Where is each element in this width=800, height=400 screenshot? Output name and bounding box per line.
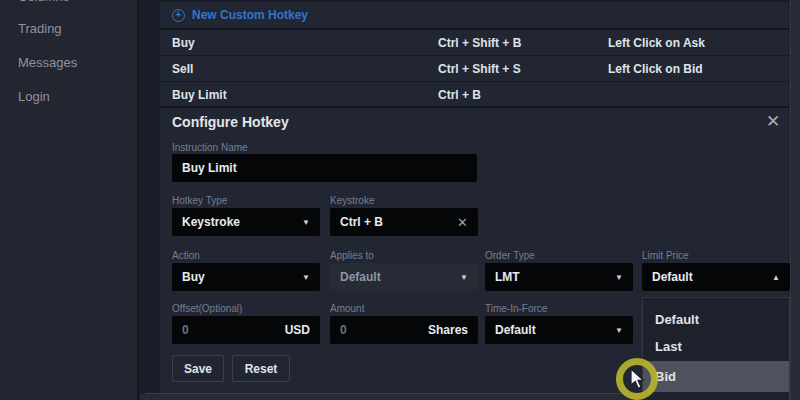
action-select[interactable]: Buy ▼ bbox=[172, 263, 320, 291]
sidebar-item-messages[interactable]: Messages bbox=[18, 55, 77, 70]
new-custom-hotkey-link: + New Custom Hotkey bbox=[172, 8, 308, 22]
time-in-force-select[interactable]: Default ▼ bbox=[485, 316, 633, 344]
applies-to-select[interactable]: Default ▼ bbox=[330, 263, 478, 291]
clear-keystroke-icon[interactable]: ✕ bbox=[457, 215, 468, 230]
hotkey-type-select[interactable]: Keystroke ▼ bbox=[172, 208, 320, 236]
hotkey-name: Buy Limit bbox=[172, 88, 227, 102]
offset-placeholder: 0 bbox=[182, 323, 285, 337]
hotkey-mouse: Left Click on Bid bbox=[608, 62, 703, 76]
instruction-name-input[interactable]: Buy Limit bbox=[172, 154, 477, 182]
hotkey-keys: Ctrl + B bbox=[438, 88, 481, 102]
sidebar: Columns Trading Messages Login bbox=[0, 0, 139, 400]
hotkey-name: Buy bbox=[172, 36, 195, 50]
settings-window: Columns Trading Messages Login + New Cus… bbox=[0, 0, 800, 400]
hotkey-row-sell[interactable]: Sell Ctrl + Shift + S Left Click on Bid bbox=[160, 56, 790, 82]
panel-right-edge bbox=[790, 0, 800, 400]
amount-unit: Shares bbox=[428, 323, 468, 337]
configure-hotkey-title: Configure Hotkey bbox=[172, 114, 289, 130]
keystroke-label: Keystroke bbox=[330, 195, 374, 206]
sidebar-item-trading[interactable]: Trading bbox=[18, 21, 62, 36]
chevron-down-icon: ▼ bbox=[460, 273, 468, 282]
close-icon[interactable]: ✕ bbox=[763, 112, 783, 132]
sidebar-item-login[interactable]: Login bbox=[18, 89, 50, 104]
order-type-label: Order Type bbox=[485, 250, 535, 261]
action-label: Action bbox=[172, 250, 200, 261]
applies-to-label: Applies to bbox=[330, 250, 374, 261]
hotkey-keys: Ctrl + Shift + B bbox=[438, 36, 521, 50]
instruction-name-value: Buy Limit bbox=[182, 161, 467, 175]
time-in-force-value: Default bbox=[495, 323, 615, 337]
menu-item-last[interactable]: Last bbox=[643, 333, 789, 361]
chevron-down-icon: ▼ bbox=[615, 326, 623, 335]
hotkey-name: Sell bbox=[172, 62, 193, 76]
hotkey-keys: Ctrl + Shift + S bbox=[438, 62, 521, 76]
chevron-down-icon: ▼ bbox=[302, 218, 310, 227]
chevron-down-icon: ▼ bbox=[615, 273, 623, 282]
menu-item-bid[interactable]: Bid bbox=[643, 361, 789, 392]
order-type-value: LMT bbox=[495, 270, 615, 284]
offset-input[interactable]: 0 USD bbox=[172, 316, 320, 344]
menu-item-ask[interactable]: Ask bbox=[643, 393, 789, 400]
limit-price-dropdown-menu: Default Last Bid Ask bbox=[642, 297, 790, 400]
sidebar-item-partial[interactable]: Columns bbox=[0, 0, 139, 5]
amount-input[interactable]: 0 Shares bbox=[330, 316, 478, 344]
time-in-force-label: Time-In-Force bbox=[485, 303, 547, 314]
applies-to-value: Default bbox=[340, 270, 460, 284]
chevron-up-icon: ▲ bbox=[772, 273, 780, 282]
hotkey-type-label: Hotkey Type bbox=[172, 195, 227, 206]
hotkey-mouse: Left Click on Ask bbox=[608, 36, 705, 50]
save-button[interactable]: Save bbox=[172, 355, 224, 382]
amount-placeholder: 0 bbox=[340, 323, 428, 337]
limit-price-select[interactable]: Default ▲ bbox=[642, 263, 790, 291]
hotkey-type-value: Keystroke bbox=[182, 215, 302, 229]
new-custom-hotkey-label: New Custom Hotkey bbox=[192, 8, 308, 22]
order-type-select[interactable]: LMT ▼ bbox=[485, 263, 633, 291]
chevron-down-icon: ▼ bbox=[302, 273, 310, 282]
menu-item-default[interactable]: Default bbox=[643, 306, 789, 334]
keystroke-input[interactable]: Ctrl + B ✕ bbox=[330, 208, 478, 236]
new-custom-hotkey-button[interactable]: + New Custom Hotkey bbox=[160, 2, 790, 30]
keystroke-value: Ctrl + B bbox=[340, 215, 457, 229]
sidebar-item-partial-label: Columns bbox=[18, 0, 69, 4]
instruction-name-label: Instruction Name bbox=[172, 142, 248, 153]
limit-price-label: Limit Price bbox=[642, 250, 689, 261]
hotkey-row-buy-limit[interactable]: Buy Limit Ctrl + B bbox=[160, 82, 790, 108]
action-value: Buy bbox=[182, 270, 302, 284]
offset-unit: USD bbox=[285, 323, 310, 337]
reset-button[interactable]: Reset bbox=[232, 355, 290, 382]
offset-label: Offset(Optional) bbox=[172, 303, 242, 314]
limit-price-value: Default bbox=[652, 270, 772, 284]
amount-label: Amount bbox=[330, 303, 364, 314]
hotkey-row-buy[interactable]: Buy Ctrl + Shift + B Left Click on Ask bbox=[160, 30, 790, 56]
plus-circle-icon: + bbox=[172, 9, 185, 22]
